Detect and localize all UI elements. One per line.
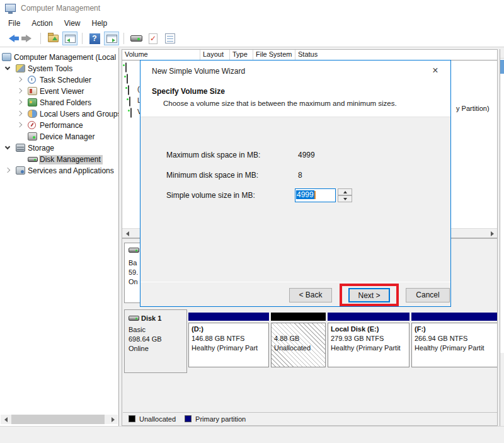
device-manager-icon xyxy=(28,132,37,141)
volume-size-input[interactable]: 4999 xyxy=(295,188,336,202)
stepper-down-button[interactable] xyxy=(338,195,352,202)
back-button[interactable] xyxy=(4,32,19,45)
partition-e[interactable]: Local Disk (E:) 279.93 GB NTFS Healthy (… xyxy=(328,309,410,373)
menu-file[interactable]: File xyxy=(3,18,26,29)
chevron-right-icon[interactable] xyxy=(17,88,22,93)
min-size-label: Minimum disk space in MB: xyxy=(166,171,258,180)
tree-horizontal-scrollbar[interactable] xyxy=(1,415,118,424)
chevron-right-icon[interactable] xyxy=(17,77,22,82)
chevron-right-icon[interactable] xyxy=(17,111,22,116)
actions-pane-selected-item[interactable] xyxy=(500,60,504,74)
disk-properties-button[interactable] xyxy=(129,32,144,45)
back-wizard-button[interactable]: < Back xyxy=(289,288,332,302)
disk1-name: Disk 1 xyxy=(141,314,161,323)
chevron-right-icon[interactable] xyxy=(5,168,10,173)
console-tree-pane: Computer Management (Local System Tools … xyxy=(0,48,119,426)
scroll-left-button[interactable] xyxy=(1,415,11,424)
disk1-type: Basic xyxy=(129,325,162,335)
mark-active-button[interactable]: ✓ xyxy=(146,32,161,45)
chevron-down-icon[interactable] xyxy=(5,65,10,70)
partition-legend: Unallocated Primary partition xyxy=(123,412,497,425)
back-icon xyxy=(9,35,14,42)
forward-button[interactable] xyxy=(21,32,36,45)
menu-bar: File Action View Help xyxy=(0,16,504,30)
stepper-up-button[interactable] xyxy=(338,188,352,195)
partition-size: 146.88 GB NTFS xyxy=(192,334,266,343)
partition-name: (F:) xyxy=(415,325,495,334)
volume-row-icon[interactable] xyxy=(125,62,127,72)
tree-item-device-manager[interactable]: Device Manager xyxy=(0,131,119,142)
chevron-right-icon[interactable] xyxy=(17,122,22,127)
tree-item-label: Shared Folders xyxy=(39,98,93,108)
column-header-status[interactable]: Status xyxy=(295,50,497,60)
show-action-pane-button[interactable] xyxy=(104,32,119,45)
menu-action[interactable]: Action xyxy=(26,18,58,29)
tree-item-computer-management[interactable]: Computer Management (Local xyxy=(0,52,119,63)
max-size-value: 4999 xyxy=(298,151,315,159)
event-viewer-icon xyxy=(28,87,37,95)
system-tools-icon xyxy=(16,64,25,72)
menu-view[interactable]: View xyxy=(59,18,86,29)
help-icon: ? xyxy=(89,33,100,44)
tree-item-disk-management[interactable]: Disk Management xyxy=(0,154,119,165)
app-icon xyxy=(5,4,16,12)
volume-row-icon[interactable] xyxy=(128,85,129,95)
column-header-volume[interactable]: Volume xyxy=(122,50,200,60)
scroll-left-button[interactable] xyxy=(122,229,132,238)
partition-unallocated[interactable]: 4.88 GB Unallocated xyxy=(271,309,326,373)
column-header-type[interactable]: Type xyxy=(230,50,253,60)
partition-status: Healthy (Primary Partit xyxy=(415,343,495,353)
unallocated-legend-swatch xyxy=(129,415,135,422)
next-wizard-button[interactable]: Next > xyxy=(348,288,390,302)
partition-d[interactable]: (D:) 146.88 GB NTFS Healthy (Primary Par… xyxy=(188,309,269,373)
actions-pane-header xyxy=(500,49,504,59)
tree-item-services-applications[interactable]: Services and Applications xyxy=(0,165,119,176)
close-icon[interactable]: × xyxy=(429,64,442,77)
button-separator xyxy=(140,282,450,282)
partition-size: 279.93 GB NTFS xyxy=(331,334,406,343)
disk-icon xyxy=(129,248,139,253)
partition-f[interactable]: (F:) 266.94 GB NTFS Healthy (Primary Par… xyxy=(411,309,498,373)
volume-row-icon[interactable] xyxy=(127,74,128,84)
column-header-layout[interactable]: Layout xyxy=(200,50,230,60)
tree-item-performance[interactable]: Performance xyxy=(0,120,119,131)
tree-item-local-users-groups[interactable]: Local Users and Groups xyxy=(0,108,119,120)
scrollbar-thumb[interactable] xyxy=(11,415,105,424)
actions-pane-sliver[interactable] xyxy=(500,49,504,426)
disk1-label-panel[interactable]: Disk 1 Basic 698.64 GB Online xyxy=(124,309,187,373)
primary-legend-swatch xyxy=(185,415,192,422)
scroll-right-icon xyxy=(112,417,115,422)
tree-item-label: Performance xyxy=(39,121,85,130)
tree-item-task-scheduler[interactable]: Task Scheduler xyxy=(0,74,119,86)
wizard-header: New Simple Volume Wizard × Specify Volum… xyxy=(140,60,450,117)
tree-item-event-viewer[interactable]: Event Viewer xyxy=(0,86,119,97)
scroll-right-button[interactable] xyxy=(108,415,118,424)
tree-item-system-tools[interactable]: System Tools xyxy=(0,63,119,74)
scroll-right-button[interactable] xyxy=(487,229,497,238)
tree-item-label: Computer Management (Local xyxy=(13,53,118,62)
show-console-tree-button[interactable] xyxy=(62,32,77,45)
volume-row-icon[interactable] xyxy=(129,96,130,106)
chevron-down-icon[interactable] xyxy=(5,144,10,149)
chevron-right-icon[interactable] xyxy=(17,100,22,105)
partition-size: 4.88 GB xyxy=(274,334,323,343)
primary-partition-band xyxy=(328,313,410,321)
toolbar-separator xyxy=(40,33,41,44)
help-button[interactable]: ? xyxy=(87,32,102,45)
tree-item-shared-folders[interactable]: Shared Folders xyxy=(0,97,119,108)
title-bar: Computer Management xyxy=(0,0,504,16)
forward-icon xyxy=(26,35,32,42)
menu-help[interactable]: Help xyxy=(86,18,113,29)
up-level-button[interactable] xyxy=(45,32,60,45)
partition-status: Healthy (Primary Partit xyxy=(331,343,406,353)
local-users-icon xyxy=(28,110,37,118)
properties-list-button[interactable] xyxy=(163,32,178,45)
partition-name xyxy=(274,325,323,334)
primary-legend-label: Primary partition xyxy=(195,415,246,423)
storage-icon xyxy=(16,144,25,152)
tree-item-storage[interactable]: Storage xyxy=(0,142,119,154)
cancel-wizard-button[interactable]: Cancel xyxy=(406,288,450,302)
column-header-filesystem[interactable]: File System xyxy=(253,50,295,60)
volume-row-icon[interactable] xyxy=(130,108,132,118)
scroll-right-icon xyxy=(491,231,494,236)
